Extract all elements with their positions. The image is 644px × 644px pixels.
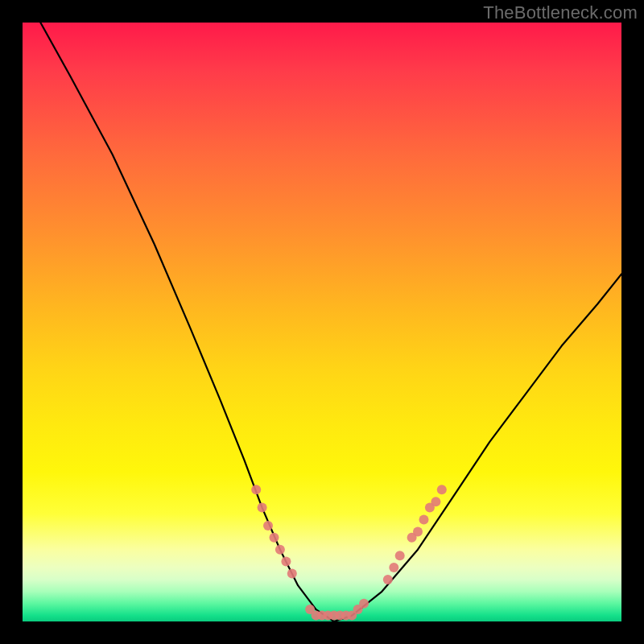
chart-svg <box>23 23 621 621</box>
marker-point <box>389 563 398 572</box>
marker-point <box>251 485 261 494</box>
watermark-label: TheBottleneck.com <box>483 2 638 23</box>
marker-point <box>275 545 285 555</box>
plot-area <box>23 23 621 621</box>
marker-point <box>437 485 447 494</box>
marker-point <box>383 575 393 584</box>
marker-point <box>263 521 273 530</box>
marker-point <box>281 557 291 567</box>
marker-point <box>270 533 279 543</box>
data-markers <box>251 485 447 620</box>
marker-point <box>419 515 429 525</box>
chart-frame: TheBottleneck.com <box>0 0 644 644</box>
marker-point <box>287 569 297 579</box>
marker-point <box>258 503 267 513</box>
marker-point <box>359 599 369 609</box>
marker-point <box>395 551 405 560</box>
marker-point <box>431 497 440 506</box>
marker-point <box>413 526 423 536</box>
curve-line <box>40 23 621 621</box>
series-bottleneck-curve <box>40 23 621 621</box>
